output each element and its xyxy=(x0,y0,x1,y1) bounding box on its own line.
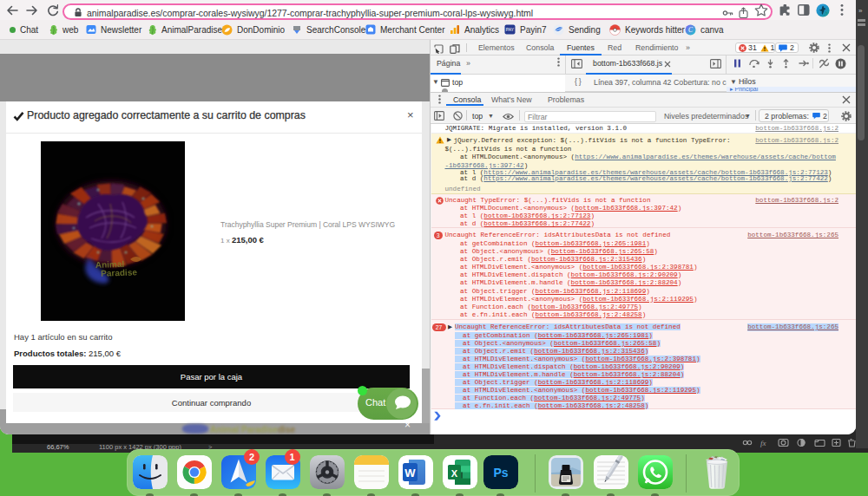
svg-text:PAY: PAY xyxy=(506,27,515,32)
svg-text:Ps: Ps xyxy=(493,466,508,480)
svg-text:X: X xyxy=(451,468,458,479)
svg-text:Paradise: Paradise xyxy=(101,267,137,277)
svg-text:W: W xyxy=(404,467,416,480)
